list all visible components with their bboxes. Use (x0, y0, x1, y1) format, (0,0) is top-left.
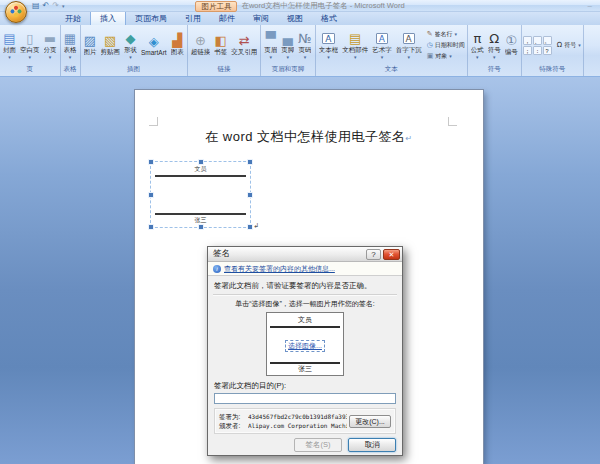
ribbon-button-符号[interactable]: Ω符号▾ (486, 30, 503, 60)
smartart-icon: ◈ (149, 34, 159, 49)
ribbon-button-表格[interactable]: ▦表格▾ (62, 30, 79, 60)
ribbon-button-日期和时间[interactable]: ◷日期和时间 (426, 41, 466, 50)
ribbon-button-文本框[interactable]: A文本框▾ (317, 30, 341, 60)
ribbon-button-分页[interactable]: ▬分页▾ (42, 30, 59, 60)
dialog-info-bar: i 查看有关要签署的内容的其他信息... (208, 262, 402, 276)
ribbon-button-符号[interactable]: Ω符号▾ (556, 41, 582, 50)
dropdown-arrow-icon: ▾ (69, 55, 72, 59)
resize-handle[interactable] (149, 193, 153, 197)
dialog-title: 签名 (213, 248, 366, 260)
symbol-button[interactable]: ： (533, 46, 542, 55)
ribbon-button-文档部件[interactable]: ▤文档部件▾ (340, 30, 370, 60)
separator (213, 294, 397, 296)
ribbon-button-首字下沉[interactable]: A首字下沉▾ (394, 30, 424, 60)
resize-handle[interactable] (149, 225, 153, 229)
group-label-表格: 表格 (62, 64, 79, 76)
crop-mark-icon (149, 117, 158, 126)
tab-开始[interactable]: 开始 (56, 11, 90, 25)
ribbon-button-页眉[interactable]: ▀页眉▾ (262, 30, 279, 60)
dropdown-arrow-icon: ▾ (407, 55, 410, 59)
dropdown-arrow-icon: ▾ (381, 55, 384, 59)
dialog-title-bar[interactable]: 签名 ? ✕ (208, 247, 402, 262)
group-label-页眉和页脚: 页眉和页脚 (262, 64, 314, 76)
ribbon-group-页眉和页脚: ▀页眉▾▄页脚▾№页码▾页眉和页脚 (261, 25, 316, 76)
ribbon-button-艺术字[interactable]: A艺术字▾ (370, 30, 394, 60)
ribbon-button-封面[interactable]: ▤封面▾ (1, 30, 18, 60)
ribbon: ▤封面▾▯空白页▾▬分页▾页▦表格▾表格▨图片▧剪贴画◆形状▾◈SmartArt… (0, 25, 600, 77)
group-label-特殊符号: 特殊符号 (523, 64, 582, 76)
dropdown-arrow-icon: ▾ (286, 55, 289, 59)
minimize-button[interactable]: – (588, 1, 592, 10)
cancel-button[interactable]: 取消 (348, 438, 396, 452)
anchor-icon: ↲ (253, 222, 259, 230)
purpose-input[interactable] (214, 393, 396, 404)
resize-handle[interactable] (248, 160, 252, 164)
ribbon-button-图表[interactable]: ▟图表 (169, 32, 186, 58)
resize-handle[interactable] (248, 193, 252, 197)
instruction-text: 单击“选择图像”，选择一幅图片用作您的签名: (214, 299, 396, 309)
tab-格式[interactable]: 格式 (312, 11, 346, 25)
dropdown-arrow-icon: ▾ (476, 55, 479, 59)
group-label-符号: 符号 (469, 64, 520, 76)
resize-handle[interactable] (248, 225, 252, 229)
ribbon-button-编号[interactable]: ①编号 (503, 32, 520, 58)
tab-插入[interactable]: 插入 (90, 10, 126, 25)
quick-parts-icon: ▤ (349, 31, 361, 46)
paragraph-mark-icon: ↵ (406, 134, 413, 143)
symbol-button[interactable]: ， (523, 36, 532, 45)
preview-role-label: 文员 (267, 313, 343, 325)
tab-审阅[interactable]: 审阅 (244, 11, 278, 25)
ribbon-button-交叉引用[interactable]: ⇄交叉引用 (229, 32, 259, 58)
office-button[interactable] (5, 1, 27, 23)
ribbon-button-空白页[interactable]: ▯空白页▾ (18, 30, 42, 60)
ribbon-button-SmartArt[interactable]: ◈SmartArt (139, 33, 169, 57)
dropdown-arrow-icon: ▾ (49, 55, 52, 59)
symbol-button[interactable]: 。 (543, 36, 552, 45)
symbol-button[interactable]: ； (523, 46, 532, 55)
ribbon-button-页脚[interactable]: ▄页脚▾ (279, 30, 296, 60)
ribbon-button-书签[interactable]: ◧书签 (212, 32, 229, 58)
symbol-button[interactable]: 、 (533, 36, 542, 45)
ribbon-button-公式[interactable]: π公式▾ (469, 30, 486, 60)
button-label: 符号 (564, 41, 576, 50)
title-bar: ▤↶↷▾ 图片工具 在word文档中怎样使用电子签名 - Microsoft W… (0, 0, 600, 12)
document-page[interactable]: 在 word 文档中怎样使用电子签名↵ 文员 张三 ↲ (135, 90, 483, 464)
dropdown-arrow-icon: ▾ (269, 55, 272, 59)
close-icon[interactable]: ✕ (383, 249, 400, 260)
button-label: 超链接 (191, 48, 211, 57)
additional-info-link[interactable]: 查看有关要签署的内容的其他信息... (224, 264, 335, 274)
select-image-button[interactable]: 选择图像... (285, 340, 325, 352)
tab-视图[interactable]: 视图 (278, 11, 312, 25)
cover-page-icon: ▤ (3, 31, 15, 46)
dialog-buttons: 签名(S) 取消 (214, 434, 396, 452)
ribbon-button-形状[interactable]: ◆形状▾ (122, 30, 139, 60)
ribbon-button-图片[interactable]: ▨图片 (82, 32, 99, 58)
resize-handle[interactable] (199, 225, 203, 229)
button-label: 编号 (505, 48, 518, 57)
ribbon-button-页码[interactable]: №页码▾ (296, 30, 314, 60)
bookmark-icon: ◧ (215, 33, 227, 48)
signature-line-icon: ✎ (427, 31, 433, 38)
tab-邮件[interactable]: 邮件 (210, 11, 244, 25)
help-button[interactable]: ? (366, 249, 381, 260)
signature-line-frame[interactable]: 文员 张三 ↲ (150, 161, 251, 228)
symbol-icon: Ω (557, 42, 562, 49)
ribbon-button-对象[interactable]: ▣对象▾ (426, 52, 466, 61)
ribbon-group-插图: ▨图片▧剪贴画◆形状▾◈SmartArt▟图表插图 (81, 25, 188, 76)
resize-handle[interactable] (149, 160, 153, 164)
ribbon-button-剪贴画[interactable]: ▧剪贴画 (99, 32, 123, 58)
group-label-插图: 插图 (82, 64, 186, 76)
ribbon-group-链接: ⊕超链接◧书签⇄交叉引用链接 (188, 25, 262, 76)
sign-button[interactable]: 签名(S) (294, 438, 342, 452)
symbol-button[interactable]: ？ (543, 46, 552, 55)
tab-页面布局[interactable]: 页面布局 (126, 11, 176, 25)
picture-icon: ▨ (84, 33, 96, 48)
special-symbols-grid: ，、。；：？ (523, 36, 552, 55)
ribbon-button-超链接[interactable]: ⊕超链接 (189, 32, 213, 58)
ribbon-button-签名行[interactable]: ✎签名行▾ (426, 30, 466, 39)
tab-引用[interactable]: 引用 (176, 11, 210, 25)
button-label: 日期和时间 (435, 41, 465, 50)
resize-handle[interactable] (199, 160, 203, 164)
change-button[interactable]: 更改(C)... (349, 415, 391, 428)
blank-page-icon: ▯ (26, 31, 33, 46)
